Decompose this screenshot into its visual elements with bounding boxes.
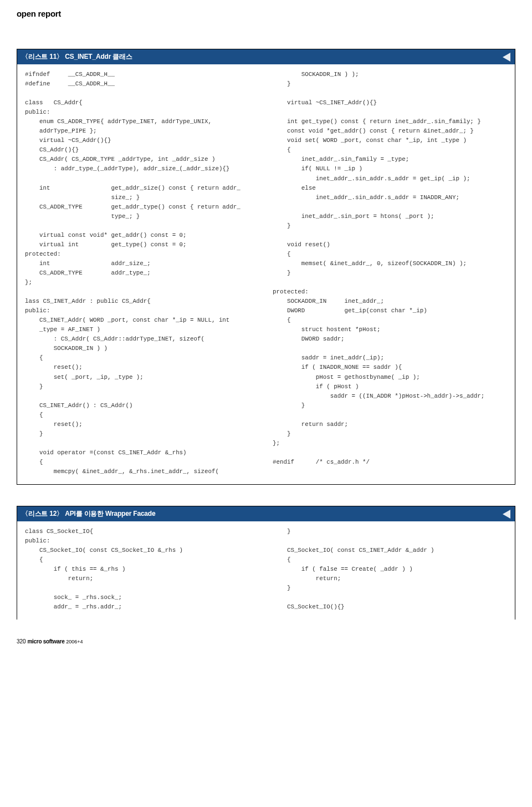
listing-12-title: 〈리스트 12〉 API를 이용한 Wrapper Facade <box>22 509 155 519</box>
listing-12-col-left: class CS_Socket_IO{ public: CS_Socket_IO… <box>25 527 259 612</box>
listing-11-title: 〈리스트 11〉 CS_INET_Addr 클래스 <box>22 52 132 62</box>
listing-11-columns: #ifndef __CS_ADDR_H__ #define __CS_ADDR_… <box>17 64 515 484</box>
code-block: #ifndef __CS_ADDR_H__ #define __CS_ADDR_… <box>25 70 259 476</box>
listing-11-col-right: SOCKADDR_IN ) ); } virtual ~CS_INET_Addr… <box>273 70 507 476</box>
listing-12-titlebar: 〈리스트 12〉 API를 이용한 Wrapper Facade <box>17 506 515 521</box>
page-footer: 320 micro software 2006+4 <box>0 635 532 650</box>
issue-label: 2006+4 <box>66 639 83 644</box>
code-block: SOCKADDR_IN ) ); } virtual ~CS_INET_Addr… <box>273 70 507 467</box>
page-number: 320 <box>17 638 26 644</box>
listing-12-columns: class CS_Socket_IO{ public: CS_Socket_IO… <box>17 521 515 620</box>
code-block: } CS_Socket_IO( const CS_INET_Addr &_add… <box>273 527 507 612</box>
page-header: open report <box>17 9 515 18</box>
listing-11-box: 〈리스트 11〉 CS_INET_Addr 클래스 #ifndef __CS_A… <box>17 49 515 485</box>
code-block: class CS_Socket_IO{ public: CS_Socket_IO… <box>25 527 259 612</box>
arrow-left-icon <box>503 510 510 519</box>
listing-11-titlebar: 〈리스트 11〉 CS_INET_Addr 클래스 <box>17 49 515 64</box>
listing-11-col-left: #ifndef __CS_ADDR_H__ #define __CS_ADDR_… <box>25 70 259 476</box>
page-header-title: open report <box>17 9 61 18</box>
spacer <box>17 500 515 506</box>
arrow-left-icon <box>503 53 510 62</box>
page-content: open report 〈리스트 11〉 CS_INET_Addr 클래스 #i… <box>0 0 532 620</box>
listing-12-col-right: } CS_Socket_IO( const CS_INET_Addr &_add… <box>273 527 507 612</box>
magazine-name: micro software <box>27 638 64 644</box>
listing-12-box: 〈리스트 12〉 API를 이용한 Wrapper Facade class C… <box>17 506 515 620</box>
